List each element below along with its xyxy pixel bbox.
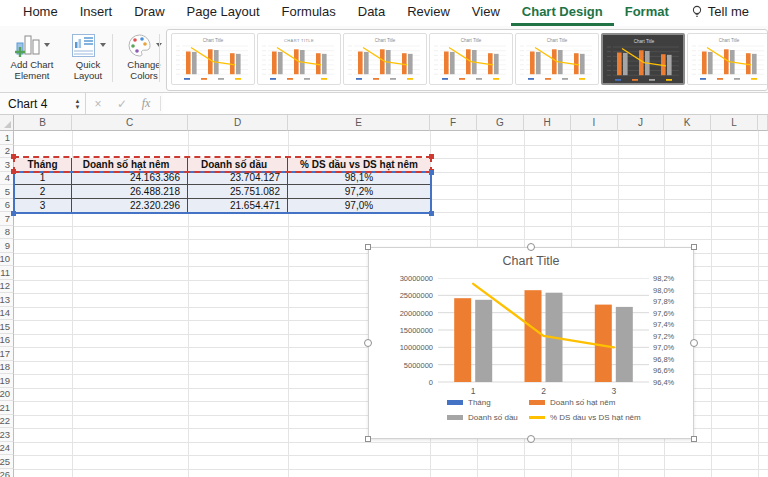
column-header-d[interactable]: D [188,115,288,131]
left-axis-label: 25000000 [369,291,433,300]
menu-item-insert[interactable]: Insert [69,0,124,26]
row-header-16[interactable]: 16 [0,334,14,348]
chart-style-thumbnail-1[interactable]: Chart Title [171,33,255,85]
blue-range-handle[interactable] [429,211,434,216]
blue-range-handle[interactable] [429,170,434,175]
table-cell[interactable]: 3 [14,199,72,213]
table-cell[interactable]: 97,2% [288,185,430,198]
menu-item-tell-me[interactable]: Tell me [680,0,760,26]
chart-style-thumbnail-3[interactable]: Chart Title [343,33,427,85]
row-header-10[interactable]: 10 [0,253,14,267]
menu-item-format[interactable]: Format [614,0,680,26]
menu-item-home[interactable]: Home [12,0,69,26]
row-header-25[interactable]: 25 [0,455,14,469]
table-header-cell[interactable]: % DS dầu vs DS hạt nêm [288,158,430,172]
menu-item-data[interactable]: Data [347,0,396,26]
row-header-1[interactable]: 1 [0,131,14,145]
red-range-handle[interactable] [11,154,16,159]
row-header-15[interactable]: 15 [0,320,14,334]
menu-item-formulas[interactable]: Formulas [271,0,347,26]
table-cell[interactable]: 24.163.366 [72,172,188,185]
column-header-j[interactable]: J [618,115,664,131]
table-cell[interactable]: 21.654.471 [188,199,288,213]
menu-item-draw[interactable]: Draw [123,0,175,26]
table-row: 322.320.29621.654.47197,0% [14,199,430,213]
menu-item-label: Home [23,4,58,19]
ribbon-button-change-colors[interactable]: ChangeColors [118,30,170,88]
chart-style-thumbnail-4[interactable]: Chart Title [429,33,513,85]
ribbon-button-add-chart-element[interactable]: Add ChartElement [6,30,58,88]
chart-resize-handle[interactable] [364,339,372,347]
formula-input[interactable] [163,93,768,114]
row-header-6[interactable]: 6 [0,199,14,213]
chart-resize-handle[interactable] [365,244,371,250]
chart-title[interactable]: Chart Title [369,254,693,268]
table-cell[interactable]: 1 [14,172,72,185]
table-cell[interactable]: 25.751.082 [188,185,288,198]
row-header-20[interactable]: 20 [0,388,14,402]
row-header-18[interactable]: 18 [0,361,14,375]
column-header-b[interactable]: B [14,115,72,131]
column-header-k[interactable]: K [664,115,711,131]
row-header-4[interactable]: 4 [0,172,14,186]
column-header-f[interactable]: F [430,115,477,131]
chart-style-thumbnail-2[interactable]: CHART TITLE [257,33,341,85]
row-header-11[interactable]: 11 [0,266,14,280]
column-header-l[interactable]: L [711,115,758,131]
menu-item-view[interactable]: View [461,0,511,26]
chart-object[interactable]: Chart Title 3000000025000000200000001500… [368,247,694,439]
row-header-5[interactable]: 5 [0,185,14,199]
row-header-13[interactable]: 13 [0,293,14,307]
chart-resize-handle[interactable] [691,436,697,442]
red-range-handle[interactable] [429,154,434,159]
table-cell[interactable]: 26.488.218 [72,185,188,198]
table-header-cell[interactable]: Doanh số dầu [188,158,288,172]
row-header-12[interactable]: 12 [0,280,14,294]
row-header-21[interactable]: 21 [0,401,14,415]
row-header-23[interactable]: 23 [0,428,14,442]
column-header-partial[interactable] [758,115,768,131]
svg-text:Chart Title: Chart Title [719,38,740,43]
row-header-26[interactable]: 26 [0,469,14,477]
menu-item-page-layout[interactable]: Page Layout [176,0,271,26]
table-header-cell[interactable]: Doanh số hạt nêm [72,158,188,172]
chart-style-thumbnail-7[interactable]: Chart Title [687,33,768,85]
row-header-19[interactable]: 19 [0,374,14,388]
select-all-corner[interactable] [0,115,14,131]
chart-style-thumbnail-6[interactable]: Chart Title [601,33,685,85]
menu-item-chart-design[interactable]: Chart Design [511,0,614,26]
table-cell[interactable]: 97,0% [288,199,430,213]
column-header-i[interactable]: I [571,115,618,131]
row-header-8[interactable]: 8 [0,226,14,240]
row-header-14[interactable]: 14 [0,307,14,321]
row-header-17[interactable]: 17 [0,347,14,361]
chart-style-thumbnail-5[interactable]: Chart Title [515,33,599,85]
table-header-cell[interactable]: Tháng [14,158,72,172]
column-header-g[interactable]: G [477,115,524,131]
column-header-c[interactable]: C [72,115,188,131]
menu-item-review[interactable]: Review [396,0,461,26]
enter-icon[interactable]: ✓ [110,93,134,114]
chart-resize-handle[interactable] [365,436,371,442]
ribbon-button-quick-layout[interactable]: QuickLayout [62,30,114,88]
chart-resize-handle[interactable] [527,243,535,251]
cancel-icon[interactable]: × [86,93,110,114]
red-range-handle[interactable] [11,169,16,174]
chart-resize-handle[interactable] [690,339,698,347]
insert-function-icon[interactable]: fx [134,93,158,114]
column-header-e[interactable]: E [288,115,430,131]
table-cell[interactable]: 2 [14,185,72,198]
table-cell[interactable]: 22.320.296 [72,199,188,213]
table-cell[interactable]: 23.704.127 [188,172,288,185]
grid-hline [14,469,768,470]
row-header-24[interactable]: 24 [0,442,14,456]
row-header-9[interactable]: 9 [0,239,14,253]
blue-range-handle[interactable] [11,211,16,216]
table-cell[interactable]: 98,1% [288,172,430,185]
column-header-h[interactable]: H [524,115,571,131]
chart-resize-handle[interactable] [527,435,535,443]
chart-resize-handle[interactable] [691,244,697,250]
name-box-stepper[interactable]: ▲▼ [70,93,86,114]
row-header-22[interactable]: 22 [0,415,14,429]
name-box[interactable]: Chart 4 [0,93,70,114]
